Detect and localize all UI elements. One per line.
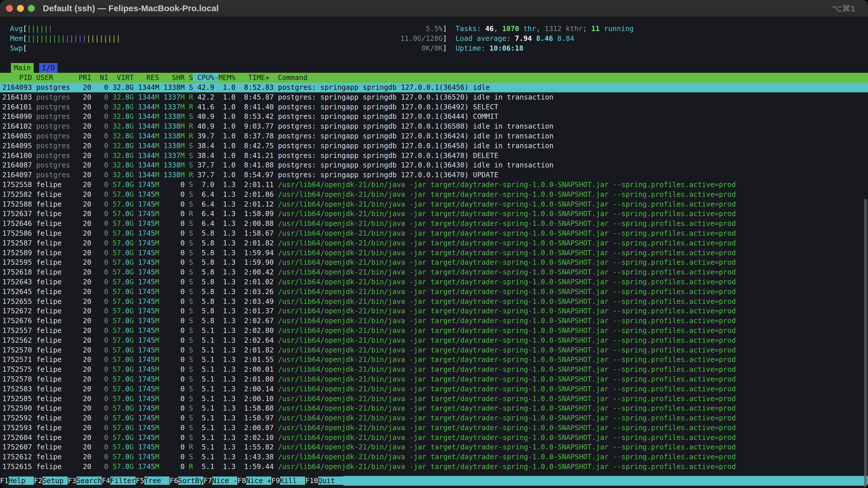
process-row[interactable]: 1752586 felipe 20 0 57.0G 1745M 0 S 5.8 … xyxy=(0,228,868,238)
size-unit: M xyxy=(181,103,185,111)
title-bar[interactable]: Default (ssh) — Felipes-MacBook-Pro.loca… xyxy=(0,0,868,17)
process-row[interactable]: 2164093 postgres 20 0 32.8G 1344M 1338M … xyxy=(0,83,868,92)
process-row[interactable]: 1752578 felipe 20 0 57.0G 1745M 0 S 5.1 … xyxy=(0,374,868,384)
size-unit: G xyxy=(130,404,134,412)
process-row[interactable]: 1752645 felipe 20 0 57.0G 1745M 0 S 5.8 … xyxy=(0,287,868,297)
cell-mem: 1.3 xyxy=(219,180,240,189)
process-row[interactable]: 1752592 felipe 20 0 57.0G 1745M 0 S 5.1 … xyxy=(0,413,868,423)
fnkey-f10[interactable]: F10Quit xyxy=(305,476,343,486)
size-unit: M xyxy=(155,132,159,140)
scrollbar-thumb[interactable] xyxy=(864,199,867,488)
meter-bar: | xyxy=(57,34,61,42)
size-frac: .0 xyxy=(121,365,130,373)
process-row[interactable]: 1752595 felipe 20 0 57.0G 1745M 0 S 5.8 … xyxy=(0,258,868,267)
cell-time: 8:37.78 xyxy=(240,132,278,140)
process-row[interactable]: 2164085 postgres 20 0 32.8G 1344M 1338M … xyxy=(0,131,868,141)
process-row[interactable]: 1752646 felipe 20 0 57.0G 1745M 0 S 6.4 … xyxy=(0,219,868,228)
process-row[interactable]: 1752582 felipe 20 0 57.0G 1745M 0 S 6.4 … xyxy=(0,190,868,199)
process-row[interactable]: 1752618 felipe 20 0 57.0G 1745M 0 S 5.8 … xyxy=(0,267,868,277)
size-frac: .8 xyxy=(121,93,130,101)
fnkey-f5[interactable]: F5Tree xyxy=(136,476,169,486)
process-row[interactable]: 1752589 felipe 20 0 57.0G 1745M 0 S 5.8 … xyxy=(0,248,868,258)
process-row[interactable]: 1752612 felipe 20 0 57.0G 1745M 0 S 5.1 … xyxy=(0,452,868,462)
cell-command: /usr/lib64/openjdk-21/bin/java -jar targ… xyxy=(278,355,736,364)
fnkey-f6[interactable]: F6SortBy xyxy=(169,476,204,486)
sort-column-cpu[interactable]: CPU%- xyxy=(193,74,219,82)
process-table: 2164093 postgres 20 0 32.8G 1344M 1338M … xyxy=(0,83,868,471)
cell-pid: 1752558 xyxy=(2,180,36,189)
process-row[interactable]: 2164103 postgres 20 0 32.8G 1344M 1337M … xyxy=(0,92,868,102)
process-row[interactable]: 1752558 felipe 20 0 57.0G 1745M 0 S 7.0 … xyxy=(0,180,868,190)
size-unit: G xyxy=(130,268,134,276)
size-int: 57 xyxy=(113,326,121,335)
cell-time: 1:43.38 xyxy=(240,453,278,461)
process-row[interactable]: 2164102 postgres 20 0 32.8G 1344M 1338M … xyxy=(0,121,868,131)
process-row[interactable]: 1752575 felipe 20 0 57.0G 1745M 0 S 5.1 … xyxy=(0,365,868,374)
process-row[interactable]: 1752557 felipe 20 0 57.0G 1745M 0 S 5.1 … xyxy=(0,326,868,336)
cell-mem: 1.0 xyxy=(219,112,240,120)
zoom-button[interactable] xyxy=(28,5,35,12)
process-row[interactable]: 1752676 felipe 20 0 57.0G 1745M 0 S 5.8 … xyxy=(0,316,868,326)
process-row[interactable]: 1752583 felipe 20 0 57.0G 1745M 0 S 5.1 … xyxy=(0,384,868,394)
process-row[interactable]: 1752672 felipe 20 0 57.0G 1745M 0 S 5.8 … xyxy=(0,306,868,316)
cell-pri: 20 xyxy=(79,326,96,335)
cell-mem: 1.3 xyxy=(219,336,240,344)
gap xyxy=(185,462,189,471)
fnkey-f7[interactable]: F7Nice - xyxy=(204,476,238,486)
table-header[interactable]: PID USER PRI NI VIRT RES SHR S CPU%-MEM%… xyxy=(0,73,868,83)
process-row[interactable]: 1752590 felipe 20 0 57.0G 1745M 0 S 5.1 … xyxy=(0,403,868,413)
process-row[interactable]: 2164097 postgres 20 0 32.8G 1344M 1338M … xyxy=(0,170,868,180)
size-int: 57 xyxy=(113,229,121,237)
minimize-button[interactable] xyxy=(17,5,24,12)
size-frac: .0 xyxy=(121,433,130,442)
process-row[interactable]: 2164101 postgres 20 0 32.8G 1344M 1337M … xyxy=(0,102,868,112)
cell-pri: 20 xyxy=(79,83,96,91)
fnkey-f4[interactable]: F4Filter xyxy=(102,476,136,486)
cell-state: S xyxy=(189,307,197,315)
fnkey-f2[interactable]: F2Setup xyxy=(34,476,68,486)
tab-main[interactable]: Main xyxy=(11,63,34,73)
process-row[interactable]: 1752643 felipe 20 0 57.0G 1745M 0 S 5.8 … xyxy=(0,277,868,287)
size-frac: .0 xyxy=(121,404,130,412)
cell-pid: 2164102 xyxy=(2,122,36,130)
process-row[interactable]: 1752607 felipe 20 0 57.0G 1745M 0 R 5.1 … xyxy=(0,442,868,452)
fnkey-f3[interactable]: F3Search xyxy=(68,476,102,486)
size-unit: M xyxy=(155,161,159,169)
cell-pid: 1752592 xyxy=(2,414,36,422)
size-int: 1338 xyxy=(163,171,181,179)
size-int: 0 xyxy=(181,336,185,344)
cell-cpu: 40.9 xyxy=(197,112,219,120)
process-row[interactable]: 1752593 felipe 20 0 57.0G 1745M 0 S 5.1 … xyxy=(0,423,868,433)
process-row[interactable]: 2164087 postgres 20 0 32.8G 1344M 1338M … xyxy=(0,160,868,170)
process-row[interactable]: 1752604 felipe 20 0 57.0G 1745M 0 S 5.1 … xyxy=(0,433,868,442)
meter-open-bracket: [ xyxy=(23,24,27,34)
cell-pri: 20 xyxy=(79,278,96,286)
tab-io[interactable]: I/O xyxy=(39,63,58,73)
size-unit: M xyxy=(181,142,185,150)
process-row[interactable]: 1752585 felipe 20 0 57.0G 1745M 0 S 5.1 … xyxy=(0,394,868,404)
size-frac: .8 xyxy=(121,171,130,179)
size-int: 0 xyxy=(181,287,185,296)
process-row[interactable]: 1752571 felipe 20 0 57.0G 1745M 0 S 5.1 … xyxy=(0,355,868,365)
process-row[interactable]: 1752570 felipe 20 0 57.0G 1745M 0 S 5.1 … xyxy=(0,345,868,355)
fnkey-f8[interactable]: F8Nice + xyxy=(238,476,271,486)
fnkey-f9[interactable]: F9Kill xyxy=(271,476,305,486)
fnkey-label: F1 xyxy=(0,477,9,485)
process-row[interactable]: 1752655 felipe 20 0 57.0G 1745M 0 S 5.8 … xyxy=(0,297,868,307)
fnkey-f1[interactable]: F1Help xyxy=(0,476,34,486)
process-row[interactable]: 2164095 postgres 20 0 32.8G 1344M 1338M … xyxy=(0,141,868,151)
process-row[interactable]: 2164100 postgres 20 0 32.8G 1344M 1337M … xyxy=(0,151,868,161)
cell-state: R xyxy=(189,132,197,140)
fnkey-label: F7 xyxy=(204,477,212,485)
process-row[interactable]: 1752588 felipe 20 0 57.0G 1745M 0 S 6.4 … xyxy=(0,199,868,209)
process-row[interactable]: 2164090 postgres 20 0 32.8G 1344M 1338M … xyxy=(0,112,868,121)
close-button[interactable] xyxy=(6,5,13,12)
process-row[interactable]: 1752562 felipe 20 0 57.0G 1745M 0 S 5.1 … xyxy=(0,336,868,345)
process-row[interactable]: 1752637 felipe 20 0 57.0G 1745M 0 R 6.4 … xyxy=(0,209,868,219)
size-unit: G xyxy=(130,190,134,199)
cell-mem: 1.3 xyxy=(219,414,240,422)
pad xyxy=(163,317,181,325)
process-row[interactable]: 1752587 felipe 20 0 57.0G 1745M 0 S 5.8 … xyxy=(0,238,868,248)
gap xyxy=(159,190,163,199)
process-row[interactable]: 1752615 felipe 20 0 57.0G 1745M 0 R 5.1 … xyxy=(0,462,868,471)
